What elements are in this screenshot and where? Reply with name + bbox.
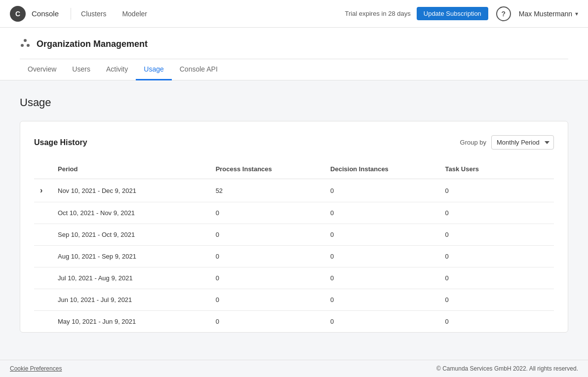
row-period: Sep 10, 2021 - Oct 9, 2021	[52, 224, 210, 246]
group-by-label: Group by	[460, 139, 486, 146]
tab-console-api[interactable]: Console API	[172, 59, 226, 80]
row-period: Jun 10, 2021 - Jul 9, 2021	[52, 289, 210, 311]
row-decision-instances: 0	[324, 289, 439, 311]
org-title: Organization Management	[37, 39, 148, 49]
row-period: Nov 10, 2021 - Dec 9, 2021	[52, 179, 210, 202]
user-name: Max Mustermann	[519, 10, 572, 18]
row-expand-cell	[34, 202, 52, 224]
table-row: Aug 10, 2021 - Sep 9, 2021000	[34, 246, 554, 267]
usage-card: Usage History Group by Monthly Period We…	[20, 121, 568, 333]
row-decision-instances: 0	[324, 202, 439, 224]
group-by-select[interactable]: Monthly Period Weekly Period Daily Perio…	[491, 135, 554, 150]
row-expand-cell	[34, 246, 52, 267]
row-expand-cell[interactable]: ›	[34, 179, 52, 202]
row-decision-instances: 0	[324, 267, 439, 289]
main-content: Usage Usage History Group by Monthly Per…	[0, 80, 588, 348]
row-expand-cell	[34, 267, 52, 289]
row-period: Jul 10, 2021 - Aug 9, 2021	[52, 267, 210, 289]
page-title: Usage	[20, 96, 568, 109]
user-menu[interactable]: Max Mustermann ▾	[519, 10, 578, 18]
page-header: Organization Management Overview Users A…	[0, 28, 588, 80]
row-expand-cell	[34, 224, 52, 246]
row-period: May 10, 2021 - Jun 9, 2021	[52, 311, 210, 333]
app-logo: C	[10, 6, 26, 22]
help-button[interactable]: ?	[496, 6, 511, 21]
tab-overview[interactable]: Overview	[20, 59, 64, 80]
row-task-users: 0	[439, 289, 554, 311]
col-process-instances: Process Instances	[210, 161, 324, 179]
row-task-users: 0	[439, 202, 554, 224]
org-icon	[20, 38, 31, 51]
row-process-instances: 0	[210, 267, 324, 289]
org-title-row: Organization Management	[20, 28, 568, 59]
row-decision-instances: 0	[324, 311, 439, 333]
col-expand	[34, 161, 52, 179]
table-row: May 10, 2021 - Jun 9, 2021000	[34, 311, 554, 333]
row-period: Oct 10, 2021 - Nov 9, 2021	[52, 202, 210, 224]
table-row: Jun 10, 2021 - Jul 9, 2021000	[34, 289, 554, 311]
col-task-users: Task Users	[439, 161, 554, 179]
user-chevron-icon: ▾	[575, 10, 578, 17]
row-process-instances: 52	[210, 179, 324, 202]
nav-divider	[71, 8, 71, 20]
svg-point-0	[24, 39, 27, 42]
group-by-row: Group by Monthly Period Weekly Period Da…	[460, 135, 554, 150]
card-header: Usage History Group by Monthly Period We…	[34, 135, 554, 150]
row-task-users: 0	[439, 246, 554, 267]
row-decision-instances: 0	[324, 246, 439, 267]
row-task-users: 0	[439, 224, 554, 246]
table-row: Oct 10, 2021 - Nov 9, 2021000	[34, 202, 554, 224]
row-expand-cell	[34, 311, 52, 333]
nav-modeler[interactable]: Modeler	[114, 0, 155, 28]
row-process-instances: 0	[210, 311, 324, 333]
row-process-instances: 0	[210, 246, 324, 267]
top-navigation: C Console Clusters Modeler Trial expires…	[0, 0, 588, 28]
row-task-users: 0	[439, 179, 554, 202]
col-period: Period	[52, 161, 210, 179]
update-subscription-button[interactable]: Update Subscription	[417, 7, 488, 20]
row-process-instances: 0	[210, 202, 324, 224]
row-expand-cell	[34, 289, 52, 311]
row-process-instances: 0	[210, 289, 324, 311]
row-task-users: 0	[439, 267, 554, 289]
row-decision-instances: 0	[324, 224, 439, 246]
row-decision-instances: 0	[324, 179, 439, 202]
tab-users[interactable]: Users	[64, 59, 98, 80]
row-process-instances: 0	[210, 224, 324, 246]
row-period: Aug 10, 2021 - Sep 9, 2021	[52, 246, 210, 267]
svg-point-2	[27, 44, 30, 47]
svg-point-1	[21, 44, 24, 47]
row-task-users: 0	[439, 311, 554, 333]
nav-links: Clusters Modeler	[73, 0, 155, 28]
app-brand: Console	[32, 9, 59, 18]
table-row: Jul 10, 2021 - Aug 9, 2021000	[34, 267, 554, 289]
col-decision-instances: Decision Instances	[324, 161, 439, 179]
tabs: Overview Users Activity Usage Console AP…	[20, 59, 568, 80]
usage-table: Period Process Instances Decision Instan…	[34, 161, 554, 332]
table-row: ›Nov 10, 2021 - Dec 9, 20215200	[34, 179, 554, 202]
tab-usage[interactable]: Usage	[136, 59, 171, 80]
nav-clusters[interactable]: Clusters	[73, 0, 114, 28]
card-title: Usage History	[34, 138, 87, 147]
tab-activity[interactable]: Activity	[98, 59, 136, 80]
table-row: Sep 10, 2021 - Oct 9, 2021000	[34, 224, 554, 246]
trial-text: Trial expires in 28 days	[345, 10, 411, 17]
